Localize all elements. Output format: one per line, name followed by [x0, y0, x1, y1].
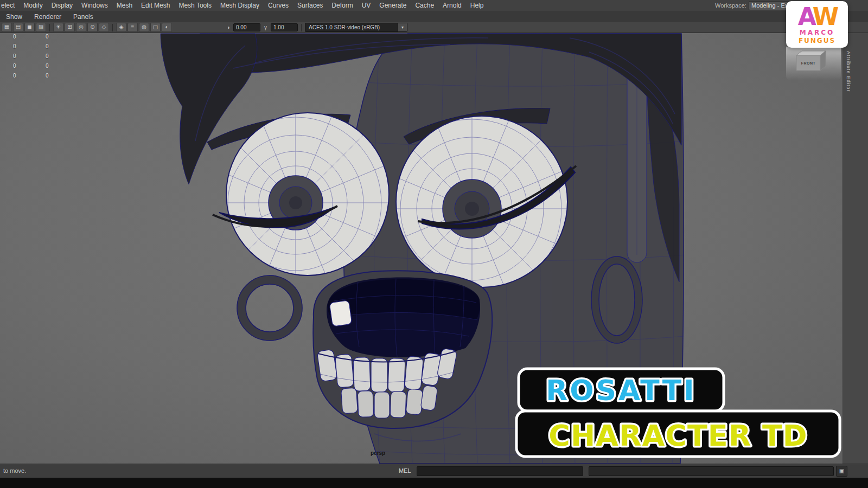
panel-menu-bar: Show Renderer Panels: [0, 11, 868, 23]
chevron-down-icon[interactable]: ▾: [398, 23, 407, 31]
menu-item-deform[interactable]: Deform: [327, 2, 357, 9]
menu-item-uv[interactable]: UV: [358, 2, 375, 9]
badge-name-text: ROSATTI: [546, 374, 696, 407]
main-menu-bar: elect Modify Display Windows Mesh Edit M…: [0, 0, 868, 11]
help-line-text: to move.: [3, 467, 26, 474]
exposure-field[interactable]: 0.00: [233, 23, 260, 31]
menu-item-windows[interactable]: Windows: [77, 2, 112, 9]
snap-curve-icon[interactable]: ◎: [76, 23, 86, 32]
command-result-field[interactable]: [589, 466, 834, 476]
view-cube[interactable]: FRONT: [793, 49, 827, 76]
upper-tooth: [329, 300, 352, 327]
attribute-editor-tab[interactable]: Attribute Editor: [846, 51, 851, 92]
gamma-field[interactable]: 1.00: [271, 23, 298, 31]
toolbar-separator: [112, 24, 113, 31]
gamma-icon[interactable]: γ: [261, 23, 270, 31]
menu-item-mesh[interactable]: Mesh: [112, 2, 137, 9]
hud-count: 0: [46, 43, 49, 50]
hud-count: 0: [46, 34, 49, 40]
hud-count: 0: [13, 73, 16, 79]
3d-viewport[interactable]: 0 0 0 0 0 0 0 0 0 0 persp ROSATTI CHARAC…: [0, 33, 842, 464]
menu-item-cache[interactable]: Cache: [411, 2, 438, 9]
right-panel-strip: Attribute Editor: [842, 33, 868, 464]
hud-count: 0: [46, 63, 49, 69]
panel-menu-show[interactable]: Show: [0, 13, 28, 21]
left-earring: [237, 275, 302, 341]
toolbar-separator: [49, 24, 50, 31]
lighting-icon[interactable]: ☀: [53, 23, 63, 32]
badge-title-text: CHARACTER TD: [548, 419, 807, 453]
menu-item-mesh-tools[interactable]: Mesh Tools: [174, 2, 215, 9]
svg-text:AW: AW: [798, 3, 839, 30]
name-badge: ROSATTI: [516, 367, 726, 413]
camera-label: persp: [371, 450, 385, 456]
mel-command-input[interactable]: [417, 466, 583, 476]
menu-item-arnold[interactable]: Arnold: [438, 2, 466, 9]
menu-item-modify[interactable]: Modify: [19, 2, 47, 9]
menu-item-display[interactable]: Display: [47, 2, 77, 9]
construction-history-icon[interactable]: ≡: [127, 23, 138, 32]
hud-count: 0: [46, 53, 49, 60]
view-transform-value: ACES 1.0 SDR-video (sRGB): [305, 24, 398, 30]
hud-count: 0: [13, 53, 16, 60]
menu-item-mesh-display[interactable]: Mesh Display: [216, 2, 264, 9]
command-line-bar: to move. MEL ▣: [0, 464, 868, 478]
script-editor-icon[interactable]: ▣: [836, 466, 847, 477]
brand-logo: AW MARCO FUNGUS: [786, 1, 848, 48]
menu-item-help[interactable]: Help: [466, 2, 488, 9]
view-transform-dropdown[interactable]: ACES 1.0 SDR-video (sRGB) ▾: [305, 23, 407, 32]
mel-label[interactable]: MEL: [399, 467, 411, 474]
grid-icon[interactable]: ▦: [2, 23, 12, 32]
viewport-toolbar: ▦ ▤ ◼ ▨ ☀ ⊞ ◎ ⊙ ◇ ◈ ≡ ◍ ▢ ◐ ◑ 0.00 γ 1.0…: [0, 22, 868, 33]
hud-count: 0: [13, 34, 16, 40]
hud-count: 0: [13, 43, 16, 50]
xray-icon[interactable]: ▢: [150, 23, 161, 32]
workspace-label: Workspace:: [715, 0, 746, 11]
make-live-icon[interactable]: ◈: [116, 23, 126, 32]
menu-item-surfaces[interactable]: Surfaces: [293, 2, 327, 9]
hud-count: 0: [46, 73, 49, 79]
menu-item-select[interactable]: elect: [0, 2, 19, 9]
snap-grid-icon[interactable]: ⊞: [65, 23, 75, 32]
isolate-select-icon[interactable]: ◍: [139, 23, 149, 32]
screen-space-ao-icon[interactable]: ◐: [162, 23, 172, 32]
shaded-icon[interactable]: ◼: [24, 23, 35, 32]
window-edge: [0, 478, 868, 488]
exposure-icon[interactable]: ◑: [224, 23, 232, 31]
title-badge: CHARACTER TD: [514, 409, 842, 459]
panel-menu-renderer[interactable]: Renderer: [28, 13, 67, 21]
logo-monogram-w: W: [813, 3, 839, 30]
menu-item-generate[interactable]: Generate: [375, 2, 411, 9]
menu-item-curves[interactable]: Curves: [264, 2, 293, 9]
logo-line1: MARCO: [800, 29, 834, 36]
toolbar-separator: [301, 24, 302, 31]
panel-menu-panels[interactable]: Panels: [67, 13, 99, 21]
wireframe-icon[interactable]: ▤: [13, 23, 23, 32]
view-cube-label: FRONT: [801, 61, 816, 65]
hud-count: 0: [13, 63, 16, 69]
menu-item-edit-mesh[interactable]: Edit Mesh: [137, 2, 174, 9]
snap-point-icon[interactable]: ⊙: [87, 23, 98, 32]
logo-line2: FUNGUS: [799, 37, 835, 44]
snap-plane-icon[interactable]: ◇: [99, 23, 109, 32]
textured-icon[interactable]: ▨: [36, 23, 46, 32]
